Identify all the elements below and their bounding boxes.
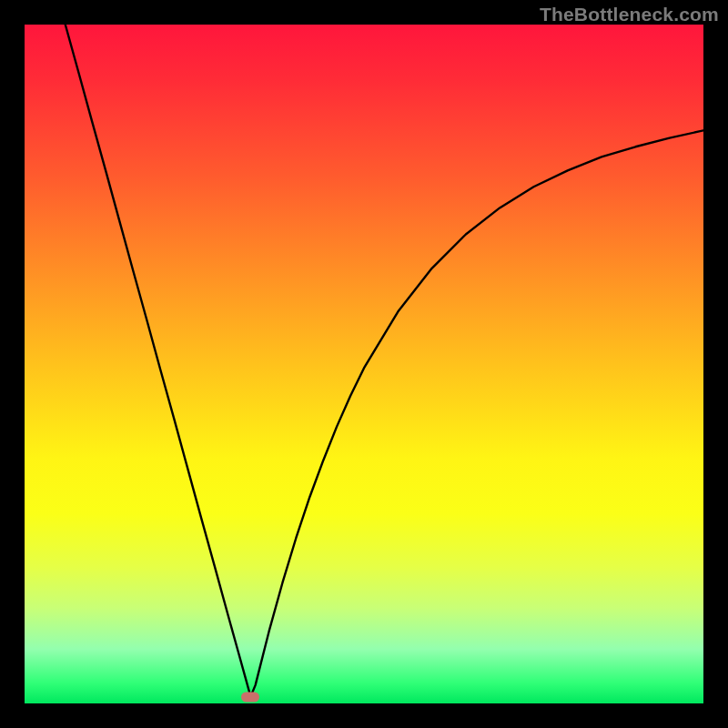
bottleneck-curve-path bbox=[66, 25, 703, 697]
curve-svg bbox=[25, 25, 703, 703]
chart-frame: TheBottleneck.com bbox=[0, 0, 728, 728]
minimum-marker bbox=[241, 692, 259, 702]
plot-area bbox=[25, 25, 703, 703]
watermark-text: TheBottleneck.com bbox=[540, 4, 719, 25]
